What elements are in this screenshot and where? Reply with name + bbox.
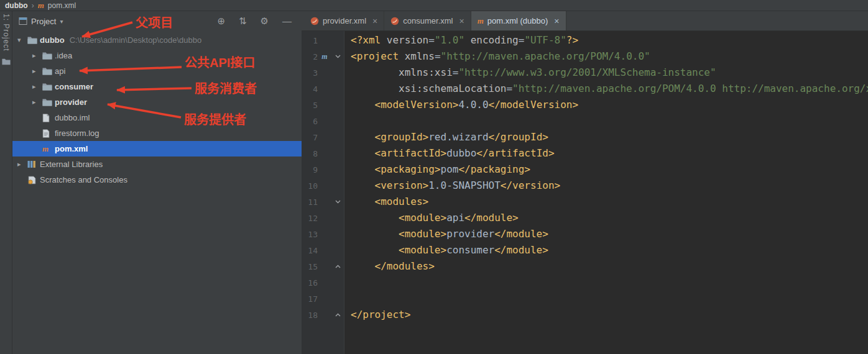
code-line[interactable]: <module>provider</module> [351,226,868,242]
tree-item-firestorm-log[interactable]: firestorm.log [12,125,302,141]
tree-item-dubbo[interactable]: ▾ dubbo C:\Users\admin\Desktop\code\dubb… [12,32,302,48]
gutter-row: 14 [302,242,344,258]
project-panel-title[interactable]: Project [31,17,56,26]
chevron-right-icon[interactable]: ▸ [32,52,42,60]
fold-end-icon[interactable] [331,313,344,317]
code-area[interactable]: <?xml version="1.0" encoding="UTF-8"?><p… [344,31,868,354]
tree-item-scratches-and-consoles[interactable]: Scratches and Consoles [12,172,302,188]
collapse-all-icon[interactable]: ⇅ [239,16,247,26]
fold-expanded-icon[interactable] [331,55,344,58]
chevron-right-icon[interactable]: ▸ [32,98,42,106]
code-line[interactable]: xsi:schemaLocation="http://maven.apache.… [351,81,868,97]
code-line[interactable]: </project> [351,307,868,323]
gutter-row: 11 [302,194,344,210]
code-line[interactable] [351,291,868,307]
code-line[interactable]: <module>consumer</module> [351,242,868,258]
tree-item-label: dubbo.iml [55,113,90,122]
breadcrumb-project[interactable]: dubbo [5,1,28,10]
project-tool-window-button[interactable]: 1: Project [2,14,11,52]
gutter-row: 9 [302,161,344,178]
gutter-row: 3 [302,65,344,81]
chevron-right-icon[interactable]: ▸ [17,160,27,168]
code-line[interactable] [351,113,868,129]
breadcrumb-file[interactable]: pom.xml [48,1,76,10]
close-icon[interactable]: × [459,16,464,26]
folder-icon [42,67,55,75]
gutter-row: 7 [302,129,344,145]
editor-gutter: 1 2 m 3 4 5 6 7 [302,31,344,354]
code-line[interactable]: <version>1.0-SNAPSHOT</version> [351,178,868,194]
fold-end-icon[interactable] [331,265,344,268]
line-number: 14 [302,246,318,255]
line-number: 17 [302,294,318,304]
chevron-down-icon[interactable]: ▾ [60,18,63,25]
code-line[interactable]: <modelVersion>4.0.0</modelVersion> [351,97,868,113]
line-number: 6 [302,117,318,126]
tree-item-dubbo-iml[interactable]: dubbo.iml [12,110,302,125]
tree-item-external-libraries[interactable]: ▸ External Libraries [12,157,302,172]
log-icon [42,129,55,138]
tree-item-pom-xml[interactable]: m pom.xml [12,141,302,157]
tree-item-provider[interactable]: ▸ provider [12,94,302,110]
gutter-row: 10 [302,178,344,194]
gutter-row: 17 [302,291,344,307]
code-line[interactable]: </modules> [351,258,868,275]
fold-expanded-icon[interactable] [331,200,344,204]
folder-icon [42,83,55,91]
tree-item-label: dubbo [40,35,65,45]
tree-item-label: External Libraries [40,160,103,169]
file-icon [42,114,55,122]
close-icon[interactable]: × [372,16,377,26]
gutter-row: 13 [302,226,344,242]
gutter-row: 18 [302,307,344,323]
gutter-row: 15 [302,258,344,275]
editor-tab[interactable]: consumer.xml × [384,11,471,30]
editor-tab[interactable]: m pom.xml (dubbo) × [471,11,566,30]
code-line[interactable]: <packaging>pom</packaging> [351,161,868,178]
code-line[interactable]: <artifactId>dubbo</artifactId> [351,145,868,161]
gutter-row: 8 [302,145,344,161]
code-line[interactable] [351,275,868,291]
chevron-right-icon[interactable]: ▸ [32,67,42,75]
gutter-row: 16 [302,275,344,291]
gutter-row: 4 [302,81,344,97]
line-number: 15 [302,262,318,271]
code-line[interactable]: <modules> [351,194,868,210]
hide-icon[interactable]: — [282,16,292,26]
editor-tab[interactable]: provider.xml × [304,11,384,30]
line-number: 18 [302,311,318,320]
line-number: 8 [302,149,318,158]
line-number: 5 [302,101,318,110]
line-number: 1 [302,36,318,45]
breadcrumb: dubbo › m pom.xml [0,0,868,11]
chevron-right-icon[interactable]: ▸ [32,83,42,91]
maven-icon: m [42,145,55,153]
gutter-row: 6 [302,113,344,129]
gutter-row: 12 [302,210,344,226]
code-line[interactable]: <module>api</module> [351,210,868,226]
tree-item--idea[interactable]: ▸ .idea [12,48,302,63]
line-number: 7 [302,133,318,142]
chevron-down-icon[interactable]: ▾ [17,36,27,44]
project-panel-header: Project ▾ ⊕⇅⚙— [12,11,302,31]
folder-icon [27,36,40,44]
gutter-row: 2 m [302,48,344,65]
tab-label: consumer.xml [403,16,453,25]
code-line[interactable]: xmlns:xsi="http://www.w3.org/2001/XMLSch… [351,65,868,81]
maven-file-icon: m [478,17,484,25]
tree-item-api[interactable]: ▸ api [12,63,302,79]
code-line[interactable]: <groupId>red.wizard</groupId> [351,129,868,145]
close-icon[interactable]: × [554,16,559,26]
folder-icon [2,58,11,65]
line-number: 13 [302,230,318,239]
code-line[interactable]: <project xmlns="http://maven.apache.org/… [351,48,868,65]
settings-icon[interactable]: ⚙ [261,16,269,26]
code-line[interactable]: <?xml version="1.0" encoding="UTF-8"?> [351,32,868,48]
tree-item-consumer[interactable]: ▸ consumer [12,79,302,94]
scratch-icon [27,176,40,184]
tree-item-label: provider [55,98,87,107]
folder-icon [42,98,55,106]
folder-icon [42,52,55,60]
project-view-icon [19,17,27,25]
locate-icon[interactable]: ⊕ [217,16,225,26]
